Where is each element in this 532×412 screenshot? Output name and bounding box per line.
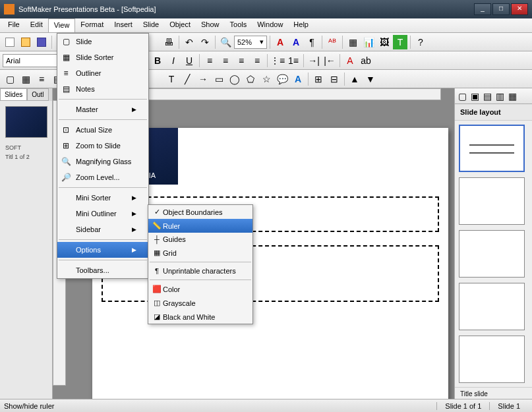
menu-insert[interactable]: Insert	[109, 18, 138, 32]
font-color-button[interactable]: A	[343, 53, 357, 68]
view-slide-item[interactable]: ▢Slide	[57, 34, 148, 49]
layout-item-2[interactable]	[459, 177, 525, 225]
bold-button[interactable]: B	[150, 53, 165, 68]
view-zoom-slide-item[interactable]: ⊞Zoom to Slide	[57, 138, 148, 154]
insert-rect-button[interactable]: ▭	[212, 72, 226, 86]
menu-window[interactable]: Window	[252, 18, 288, 32]
underline-button[interactable]: U	[182, 53, 196, 68]
opt-object-boundaries-item[interactable]: ✓Object Boundaries	[148, 205, 252, 219]
view-zoom-level-item[interactable]: 🔎Zoom Level...	[57, 169, 148, 185]
opt-grid-label: Grid	[163, 249, 177, 257]
layout-tool-1[interactable]: ▢	[456, 90, 468, 102]
maximize-button[interactable]: □	[492, 3, 510, 15]
view-sorter-item[interactable]: ▦Slide Sorter	[57, 49, 148, 65]
menu-view[interactable]: View	[48, 18, 76, 32]
tab-outline[interactable]: Outl	[27, 88, 48, 101]
view-master-item[interactable]: Master▶	[57, 102, 148, 117]
send-back-button[interactable]: ▼	[363, 72, 378, 86]
view-mini-sorter-item[interactable]: Mini Sorter▶	[57, 190, 148, 206]
table-button[interactable]: ▦	[345, 35, 360, 49]
tab-slides[interactable]: Slides	[0, 88, 27, 101]
ruler-icon: 📏	[151, 221, 163, 230]
menu-show[interactable]: Show	[196, 18, 225, 32]
menu-tools[interactable]: Tools	[225, 18, 252, 32]
separator	[340, 54, 340, 67]
align-left-button[interactable]: ≡	[202, 53, 217, 68]
layout-tool-5[interactable]: ▦	[506, 90, 518, 102]
opt-color-item[interactable]: 🟥Color	[148, 282, 252, 296]
layout-item-5[interactable]	[459, 336, 525, 383]
menu-object[interactable]: Object	[164, 18, 196, 32]
new-button[interactable]	[3, 35, 17, 49]
bullets-button[interactable]: ⋮≡	[270, 53, 285, 68]
print-button[interactable]: 🖶	[162, 35, 176, 49]
view-actual-size-item[interactable]: ⊡Actual Size	[57, 122, 148, 138]
align-right-button[interactable]: ≡	[234, 53, 249, 68]
redo-button[interactable]: ↷	[198, 35, 212, 49]
slide-thumbnail-1[interactable]	[5, 106, 47, 138]
view-outliner-item[interactable]: ≡Outliner	[57, 65, 148, 81]
align-center-button[interactable]: ≡	[218, 53, 233, 68]
italic-button[interactable]: I	[166, 53, 181, 68]
layout-item-3[interactable]	[459, 230, 525, 278]
menu-help[interactable]: Help	[288, 18, 314, 32]
align-justify-button[interactable]: ≡	[250, 53, 264, 68]
zoom-out-button[interactable]: 🔍	[218, 35, 233, 49]
view-notes-item[interactable]: ▤Notes	[57, 81, 148, 97]
open-button[interactable]	[18, 35, 33, 49]
text-color-a-button[interactable]: A	[273, 35, 287, 49]
zoom-slide-icon: ⊞	[60, 140, 72, 151]
help-button[interactable]: ?	[413, 35, 428, 49]
save-button[interactable]	[34, 35, 49, 49]
insert-star-button[interactable]: ☆	[259, 72, 274, 86]
minimize-button[interactable]: _	[474, 3, 491, 15]
view-sorter-button[interactable]: ▦	[18, 72, 33, 86]
menu-edit[interactable]: Edit	[25, 18, 48, 32]
insert-line-button[interactable]: ╱	[180, 72, 194, 86]
view-toolbars-item[interactable]: Toolbars...	[57, 262, 148, 278]
numbering-button[interactable]: 1≡	[286, 53, 301, 68]
opt-ruler-item[interactable]: 📏Ruler	[148, 219, 252, 233]
menu-format[interactable]: Format	[75, 18, 109, 32]
format-paint-button[interactable]: ¶	[305, 35, 319, 49]
insert-textart-button[interactable]: A	[291, 72, 305, 86]
opt-bw-item[interactable]: ◪Black and White	[148, 310, 252, 324]
view-slide-button[interactable]: ▢	[3, 72, 17, 86]
chart-button[interactable]: 📊	[361, 35, 376, 49]
close-button[interactable]: ✕	[511, 3, 528, 15]
menu-slide[interactable]: Slide	[138, 18, 164, 32]
run-show-button[interactable]: T	[393, 35, 407, 49]
save-icon	[37, 38, 46, 47]
layout-tool-3[interactable]: ▤	[481, 90, 493, 102]
insert-ellipse-button[interactable]: ◯	[227, 72, 242, 86]
bring-front-button[interactable]: ▲	[347, 72, 362, 86]
insert-text-button[interactable]: T	[164, 72, 179, 86]
layout-item-4[interactable]	[459, 283, 525, 330]
view-outline-button[interactable]: ≡	[34, 72, 49, 86]
insert-callout-button[interactable]: 💬	[275, 72, 289, 86]
opt-grid-item[interactable]: ▦Grid	[148, 246, 252, 260]
layout-tool-4[interactable]: ▥	[494, 90, 506, 102]
layout-item-1[interactable]	[459, 125, 525, 172]
opt-unprintable-item[interactable]: ¶Unprintable characters	[148, 264, 252, 278]
highlight-button[interactable]: ab	[359, 53, 373, 68]
zoom-combo[interactable]: 52%▾	[234, 36, 267, 49]
ungroup-button[interactable]: ⊟	[327, 72, 341, 86]
image-button[interactable]: 🖼	[377, 35, 392, 49]
view-options-item[interactable]: Options▶	[57, 242, 148, 258]
insert-polygon-button[interactable]: ⬠	[243, 72, 258, 86]
text-color-b-button[interactable]: A	[289, 35, 303, 49]
layout-tool-2[interactable]: ▣	[469, 90, 481, 102]
menu-file[interactable]: File	[3, 18, 25, 32]
undo-button[interactable]: ↶	[182, 35, 196, 49]
opt-guides-item[interactable]: ┼Guides	[148, 233, 252, 246]
insert-arrow-button[interactable]: →	[196, 72, 210, 86]
opt-grayscale-item[interactable]: ◫Grayscale	[148, 296, 252, 310]
view-mini-outliner-item[interactable]: Mini Outliner▶	[57, 206, 148, 221]
group-button[interactable]: ⊞	[311, 72, 326, 86]
view-magnify-item[interactable]: 🔍Magnifying Glass	[57, 154, 148, 169]
decrease-indent-button[interactable]: |←	[322, 53, 337, 68]
increase-indent-button[interactable]: →|	[307, 53, 321, 68]
spellcheck-button[interactable]: ᴬᴮ	[325, 35, 340, 49]
view-sidebar-item[interactable]: Sidebar▶	[57, 221, 148, 237]
